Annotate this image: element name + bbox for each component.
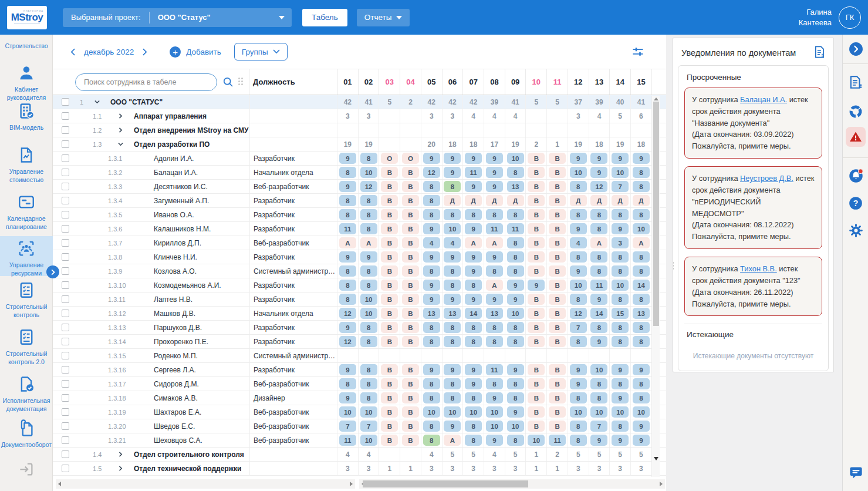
row-checkbox[interactable]	[62, 225, 69, 233]
day-cell[interactable]	[610, 349, 631, 362]
day-cell-value[interactable]: 10	[465, 406, 482, 418]
employee-name[interactable]: Сергеев Л.А.	[154, 366, 196, 374]
day-cell[interactable]: В	[526, 405, 547, 419]
sidebar-item-7[interactable]: Строительный контроль 2.0	[0, 328, 53, 366]
day-cell[interactable]: 8	[359, 194, 380, 207]
day-cell-value[interactable]: 10	[423, 406, 440, 418]
table-row[interactable]: 1.3.9Козлова А.О.Системный администр…88В…	[53, 264, 666, 278]
day-cell[interactable]: 10	[589, 363, 610, 376]
day-cell-value[interactable]: В	[381, 308, 398, 319]
day-cell[interactable]: 10	[359, 433, 380, 447]
sidebar-item-8[interactable]: Исполнительная документация	[0, 375, 53, 413]
day-cell-value[interactable]: В	[381, 237, 398, 248]
day-cell-value[interactable]: 8	[570, 435, 587, 446]
day-cell[interactable]	[631, 349, 652, 362]
day-cell[interactable]: 10	[610, 166, 631, 179]
day-cell[interactable]: 8	[505, 166, 526, 179]
table-row[interactable]: 1.3.13Паршуков Д.В.Разработчик98ВВ88888В…	[53, 321, 666, 335]
day-cell-value[interactable]: В	[528, 308, 545, 319]
day-cell-value[interactable]: 9	[339, 322, 356, 333]
day-cell[interactable]: В	[379, 166, 400, 179]
day-cell-value[interactable]: В	[381, 421, 398, 432]
sidebar-item-5[interactable]: Управление ресурсами	[0, 240, 53, 277]
day-cell[interactable]: 19	[359, 137, 380, 151]
day-cell-value[interactable]: 8	[570, 209, 587, 220]
day-cell-value[interactable]: 8	[423, 322, 440, 333]
table-row[interactable]: 1.3.11Лаптев Н.В.Разработчик810ВВ99999ВВ…	[53, 292, 666, 307]
day-cell[interactable]: В	[379, 419, 400, 433]
day-cell[interactable]: 9	[484, 433, 505, 447]
day-cell[interactable]: 8	[359, 363, 380, 376]
day-cell[interactable]	[379, 123, 400, 137]
day-cell[interactable]: 8	[463, 321, 484, 334]
help-icon[interactable]: ?	[843, 196, 868, 211]
day-cell-value[interactable]: В	[528, 223, 545, 234]
day-cell[interactable]: 3	[463, 462, 484, 475]
day-cell-value[interactable]: В	[402, 406, 419, 418]
day-cell-value[interactable]: 8	[612, 209, 629, 220]
day-cell-value[interactable]: 8	[360, 364, 377, 375]
day-cell[interactable]: 13	[443, 307, 464, 320]
day-cell-value[interactable]: 13	[486, 308, 503, 319]
day-cell-value[interactable]: В	[402, 392, 419, 403]
day-cell[interactable]: 3	[589, 462, 610, 475]
day-cell[interactable]: 5	[463, 448, 484, 461]
horizontal-scrollbar-thumb[interactable]	[363, 480, 528, 487]
day-cell[interactable]: 5	[379, 95, 400, 109]
day-cell-value[interactable]: В	[381, 294, 398, 305]
day-cell[interactable]: 5	[505, 448, 526, 461]
row-checkbox[interactable]	[62, 211, 69, 218]
day-cell-value[interactable]: В	[549, 265, 566, 277]
day-cell[interactable]: 9	[610, 222, 631, 236]
day-cell[interactable]: 3	[610, 462, 631, 475]
day-cell[interactable]: 9	[463, 377, 484, 391]
day-cell[interactable]: 41	[359, 95, 380, 109]
day-cell[interactable]: 20	[421, 137, 443, 151]
day-cell[interactable]	[379, 349, 400, 362]
day-cell[interactable]: 7	[337, 419, 359, 433]
day-cell-value[interactable]: 8	[444, 265, 461, 277]
day-cell-value[interactable]: В	[402, 308, 419, 319]
day-cell-value[interactable]: В	[381, 322, 398, 333]
day-cell[interactable]: 9	[568, 363, 589, 376]
day-cell[interactable]: В	[379, 307, 400, 320]
day-cell[interactable]: В	[526, 194, 547, 207]
day-cell-value[interactable]: 8	[465, 280, 482, 291]
day-cell[interactable]: 4	[589, 109, 610, 123]
day-cell-value[interactable]: 14	[633, 280, 650, 291]
day-cell[interactable]: 9	[484, 391, 505, 405]
day-cell[interactable]: 8	[505, 250, 526, 264]
day-cell[interactable]: 5	[631, 448, 652, 461]
vertical-scrollbar[interactable]	[651, 96, 660, 477]
day-cell[interactable]: 8	[568, 335, 589, 348]
day-cell-value[interactable]: 8	[465, 435, 482, 446]
day-cell-value[interactable]: В	[381, 251, 398, 263]
day-cell[interactable]: 42	[337, 95, 359, 109]
day-cell-value[interactable]: 9	[528, 280, 545, 291]
day-cell-value[interactable]: 8	[423, 209, 440, 220]
day-cell[interactable]	[463, 349, 484, 362]
day-cell[interactable]: 8	[568, 250, 589, 264]
row-checkbox[interactable]	[62, 295, 69, 303]
day-cell[interactable]: 9	[337, 250, 359, 264]
expand-chevron[interactable]	[117, 127, 134, 133]
day-cell[interactable]: Д	[443, 194, 464, 207]
day-cell-value[interactable]: 8	[507, 251, 524, 263]
day-cell[interactable]: 41	[505, 95, 526, 109]
day-cell-value[interactable]: В	[402, 195, 419, 206]
day-cell-value[interactable]: В	[402, 181, 419, 192]
day-cell[interactable]: 8	[631, 292, 652, 306]
day-cell[interactable]	[484, 349, 505, 362]
employee-name[interactable]: Козлова А.О.	[154, 267, 197, 275]
day-cell[interactable]: 9	[337, 321, 359, 334]
employee-name[interactable]: Шахтаров Е.А.	[154, 408, 201, 416]
day-cell-value[interactable]: 8	[423, 181, 440, 192]
day-cell[interactable]: В	[526, 335, 547, 348]
day-cell[interactable]: 3	[421, 109, 443, 123]
day-cell[interactable]: В	[400, 236, 421, 250]
day-cell[interactable]: 8	[484, 377, 505, 391]
employee-name[interactable]: Сидоров Д.М.	[154, 380, 199, 388]
day-cell-value[interactable]: 9	[570, 265, 587, 277]
day-cell[interactable]: 8	[443, 321, 464, 334]
employee-name[interactable]: Лаптев Н.В.	[154, 295, 192, 304]
